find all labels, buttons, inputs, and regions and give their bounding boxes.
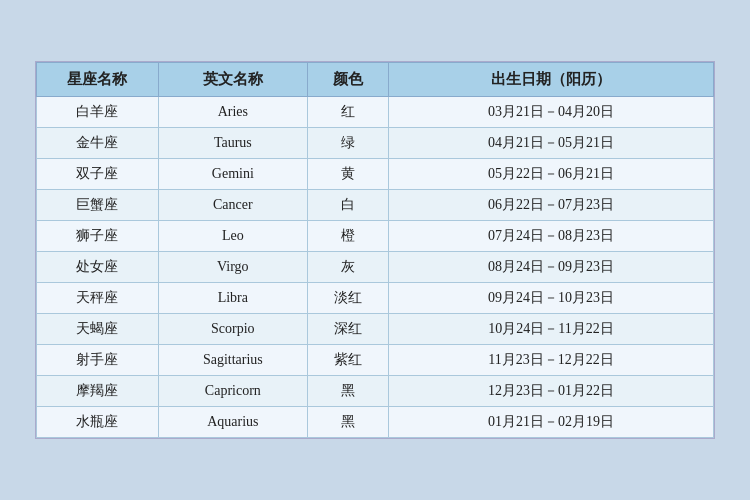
cell-en: Virgo <box>158 252 307 283</box>
header-color: 颜色 <box>307 63 388 97</box>
table-row: 双子座Gemini黄05月22日－06月21日 <box>37 159 714 190</box>
cell-color: 紫红 <box>307 345 388 376</box>
cell-zh: 金牛座 <box>37 128 159 159</box>
cell-color: 白 <box>307 190 388 221</box>
cell-en: Libra <box>158 283 307 314</box>
cell-date: 09月24日－10月23日 <box>389 283 714 314</box>
cell-en: Taurus <box>158 128 307 159</box>
zodiac-table-container: 星座名称 英文名称 颜色 出生日期（阳历） 白羊座Aries红03月21日－04… <box>35 61 715 439</box>
cell-color: 深红 <box>307 314 388 345</box>
cell-en: Cancer <box>158 190 307 221</box>
cell-color: 橙 <box>307 221 388 252</box>
cell-date: 11月23日－12月22日 <box>389 345 714 376</box>
cell-zh: 处女座 <box>37 252 159 283</box>
cell-color: 黑 <box>307 407 388 438</box>
cell-color: 淡红 <box>307 283 388 314</box>
table-row: 白羊座Aries红03月21日－04月20日 <box>37 97 714 128</box>
header-en: 英文名称 <box>158 63 307 97</box>
header-date: 出生日期（阳历） <box>389 63 714 97</box>
cell-color: 灰 <box>307 252 388 283</box>
table-row: 天秤座Libra淡红09月24日－10月23日 <box>37 283 714 314</box>
table-row: 处女座Virgo灰08月24日－09月23日 <box>37 252 714 283</box>
cell-zh: 天秤座 <box>37 283 159 314</box>
cell-en: Leo <box>158 221 307 252</box>
cell-zh: 狮子座 <box>37 221 159 252</box>
cell-color: 绿 <box>307 128 388 159</box>
cell-zh: 白羊座 <box>37 97 159 128</box>
cell-zh: 双子座 <box>37 159 159 190</box>
cell-zh: 水瓶座 <box>37 407 159 438</box>
table-row: 金牛座Taurus绿04月21日－05月21日 <box>37 128 714 159</box>
cell-date: 01月21日－02月19日 <box>389 407 714 438</box>
table-row: 狮子座Leo橙07月24日－08月23日 <box>37 221 714 252</box>
table-row: 摩羯座Capricorn黑12月23日－01月22日 <box>37 376 714 407</box>
header-zh: 星座名称 <box>37 63 159 97</box>
cell-date: 05月22日－06月21日 <box>389 159 714 190</box>
cell-en: Aquarius <box>158 407 307 438</box>
cell-color: 黑 <box>307 376 388 407</box>
cell-zh: 摩羯座 <box>37 376 159 407</box>
cell-en: Gemini <box>158 159 307 190</box>
cell-color: 红 <box>307 97 388 128</box>
zodiac-table: 星座名称 英文名称 颜色 出生日期（阳历） 白羊座Aries红03月21日－04… <box>36 62 714 438</box>
cell-color: 黄 <box>307 159 388 190</box>
cell-zh: 射手座 <box>37 345 159 376</box>
cell-date: 10月24日－11月22日 <box>389 314 714 345</box>
cell-date: 08月24日－09月23日 <box>389 252 714 283</box>
table-header-row: 星座名称 英文名称 颜色 出生日期（阳历） <box>37 63 714 97</box>
cell-date: 04月21日－05月21日 <box>389 128 714 159</box>
table-body: 白羊座Aries红03月21日－04月20日金牛座Taurus绿04月21日－0… <box>37 97 714 438</box>
table-row: 射手座Sagittarius紫红11月23日－12月22日 <box>37 345 714 376</box>
cell-zh: 巨蟹座 <box>37 190 159 221</box>
cell-en: Scorpio <box>158 314 307 345</box>
cell-en: Sagittarius <box>158 345 307 376</box>
cell-en: Aries <box>158 97 307 128</box>
table-row: 天蝎座Scorpio深红10月24日－11月22日 <box>37 314 714 345</box>
table-row: 巨蟹座Cancer白06月22日－07月23日 <box>37 190 714 221</box>
cell-date: 03月21日－04月20日 <box>389 97 714 128</box>
cell-zh: 天蝎座 <box>37 314 159 345</box>
cell-en: Capricorn <box>158 376 307 407</box>
table-row: 水瓶座Aquarius黑01月21日－02月19日 <box>37 407 714 438</box>
cell-date: 12月23日－01月22日 <box>389 376 714 407</box>
cell-date: 06月22日－07月23日 <box>389 190 714 221</box>
cell-date: 07月24日－08月23日 <box>389 221 714 252</box>
